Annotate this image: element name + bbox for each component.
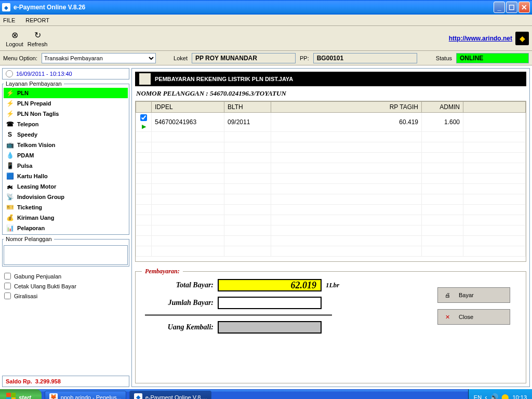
service-item-telkom-vision[interactable]: 📺Telkom Vision [4,140,128,150]
service-icon: ☎ [6,120,14,128]
col-tagih: RP TAGIH [271,102,422,113]
option-bar: Menu Option: Transaksi Pembayaran Loket … [0,51,532,65]
kembali-label: Uang Kembali: [145,323,218,331]
tray-lang[interactable]: EN [474,394,482,400]
loket-value: PP ROY MUNANDAR [192,53,296,63]
loket-label: Loket [174,55,188,61]
total-label: Total Bayar: [145,281,218,289]
bill-grid[interactable]: IDPEL BLTH RP TAGIH ADMIN ▶5467002419630… [135,101,526,262]
service-item-pulsa[interactable]: 📱Pulsa [4,161,128,171]
service-item-speedy[interactable]: SSpeedy [4,129,128,140]
jumlah-input[interactable] [218,297,322,309]
service-item-leasing-motor[interactable]: 🏍Leasing Motor [4,181,128,192]
service-icon: 🏍 [6,182,14,191]
service-label: PDAM [17,152,34,158]
vendor-logo-icon: ◆ [515,32,529,45]
menubar: FILE REPORT [0,15,532,26]
chk-cetak[interactable]: Cetak Ulang Bukti Bayar [4,283,127,289]
col-check [136,102,152,113]
tray-clock[interactable]: 10:13 [512,394,527,400]
bill-icon [139,73,151,85]
status-value: ONLINE [456,53,529,63]
service-icon: 📱 [6,162,14,170]
service-item-kartu-hallo[interactable]: 🟦Kartu Hallo [4,171,128,181]
services-legend: Layanan Pembayaran [4,81,64,87]
close-button[interactable]: ✕ Close [437,309,510,325]
taskbar-item-browser[interactable]: 🦊 ppob arindo - Penelus... [45,391,126,399]
tray-shield-icon[interactable]: ⬤ [501,393,509,399]
page-title-bar: PEMBAYARAN REKENING LISTRIK PLN DIST.JAY… [135,72,526,86]
service-icon: ⚡ [6,99,14,108]
windows-logo-icon [6,393,16,400]
menu-option-select[interactable]: Transaksi Pembayaran [42,53,156,63]
chk-giralisasi[interactable]: Giralisasi [4,292,127,299]
service-item-pln-non-taglis[interactable]: ⚡PLN Non Taglis [4,109,128,119]
service-label: PLN Non Taglis [17,111,59,117]
window-title: e-Payment Online V.8.26 [14,4,494,11]
datetime-display: 16/09/2011 - 10:13:40 [2,68,129,79]
app-taskbar-icon: ◆ [134,393,142,400]
service-item-pdam[interactable]: 💧PDAM [4,150,128,161]
service-icon: 🟦 [6,172,14,180]
service-label: Kiriman Uang [17,215,55,221]
menu-report[interactable]: REPORT [25,17,49,23]
minimize-button[interactable]: _ [494,2,505,13]
datetime-text: 16/09/2011 - 10:13:40 [16,71,72,77]
start-button[interactable]: start [0,389,42,399]
service-label: PLN [17,90,29,96]
service-icon: 📡 [6,193,14,201]
row-checkbox[interactable] [140,114,147,121]
chk-gabung-box[interactable] [4,273,11,280]
refresh-button[interactable]: ↻ Refresh [26,30,49,47]
status-label: Status [436,55,452,61]
taskbar-item-app[interactable]: ◆ e-Payment Online V.8.... [129,391,212,399]
service-label: Kartu Hallo [17,173,48,179]
bayar-button[interactable]: 🖨 Bayar [437,287,510,303]
service-label: Speedy [17,131,37,138]
window-close-button[interactable]: ✕ [518,2,530,13]
col-idpel: IDPEL [152,102,224,113]
service-label: Leasing Motor [17,183,56,190]
main-panel: PEMBAYARAN REKENING LISTRIK PLN DIST.JAY… [131,68,530,387]
service-item-kiriman-uang[interactable]: 💰Kiriman Uang [4,212,128,223]
payment-box: Pembayaran: Total Bayar: 62.019 1Lbr Jum… [135,271,526,383]
tray-chevron-icon[interactable]: ‹ [485,393,487,399]
logout-button[interactable]: ⊗ Logout [3,30,26,47]
logout-label: Logout [6,41,23,47]
system-tray[interactable]: EN ‹ 🔊 ⬤ 10:13 [468,389,532,399]
cell-admin: 1.600 [422,113,463,132]
customer-number-input[interactable] [4,245,128,265]
service-icon: 📊 [6,224,14,232]
chk-gabung[interactable]: Gabung Penjualan [4,273,127,280]
tray-volume-icon[interactable]: 🔊 [490,393,498,399]
service-item-telepon[interactable]: ☎Telepon [4,119,128,129]
service-label: Pelaporan [17,225,45,231]
service-label: Indovision Group [17,194,64,200]
maximize-button[interactable]: ☐ [506,2,517,13]
menu-file[interactable]: FILE [3,17,15,23]
refresh-icon: ↻ [32,30,43,41]
service-label: PLN Prepaid [17,100,51,107]
kembali-value [218,321,322,334]
table-row[interactable]: ▶54670024196309/201160.4191.600 [136,113,526,132]
service-label: Telkom Vision [17,142,56,148]
service-item-pelaporan[interactable]: 📊Pelaporan [4,223,128,233]
chk-giralisasi-box[interactable] [4,292,11,299]
service-icon: 📺 [6,141,14,149]
print-icon: 🖨 [443,291,451,299]
cell-idpel: 546700241963 [152,113,224,132]
service-item-ticketing[interactable]: 🎫Ticketing [4,202,128,212]
close-icon: ✕ [443,313,451,321]
vendor-link[interactable]: http://www.arindo.net [449,35,512,42]
menuopt-label: Menu Option: [3,55,37,61]
service-item-indovision-group[interactable]: 📡Indovision Group [4,192,128,202]
pp-label: PP: [300,55,309,61]
saldo-display: Saldo Rp. 3.299.958 [2,376,129,387]
service-item-pln[interactable]: ⚡PLN [4,88,128,98]
nopel-legend: Nomor Pelanggan [4,236,54,242]
chk-cetak-box[interactable] [4,283,11,289]
service-label: Telepon [17,121,38,127]
cell-tagih: 60.419 [271,113,422,132]
clock-icon [6,70,13,77]
service-item-pln-prepaid[interactable]: ⚡PLN Prepaid [4,98,128,109]
